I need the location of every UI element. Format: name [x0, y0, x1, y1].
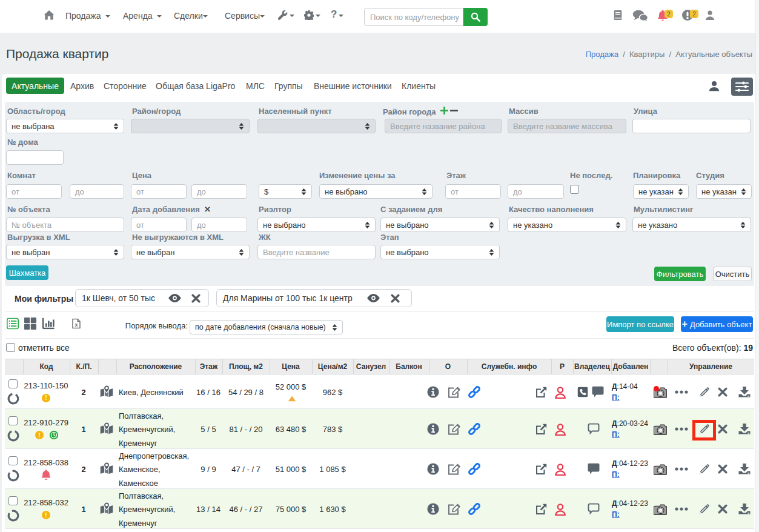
- svg-text:x: x: [75, 322, 78, 328]
